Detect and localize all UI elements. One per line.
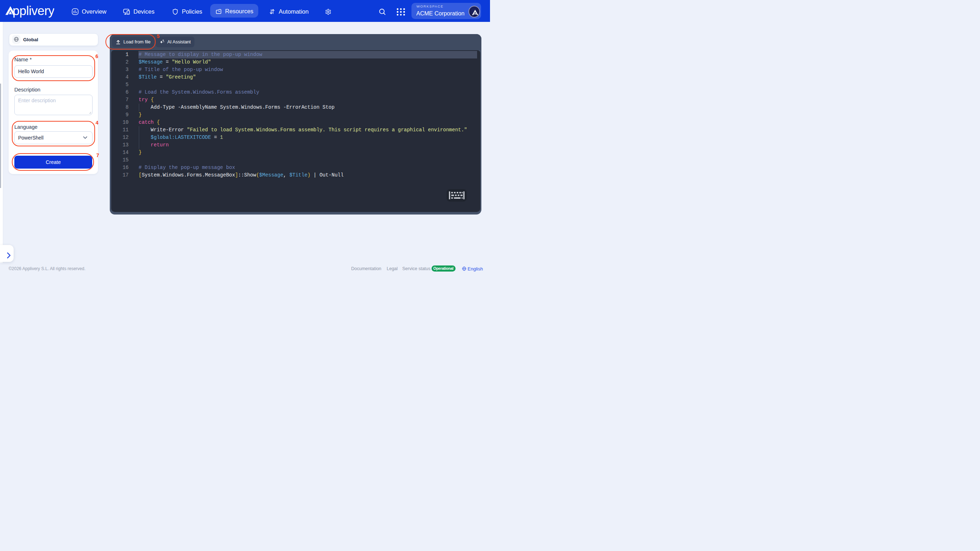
svg-text:pplivery: pplivery <box>13 5 54 18</box>
